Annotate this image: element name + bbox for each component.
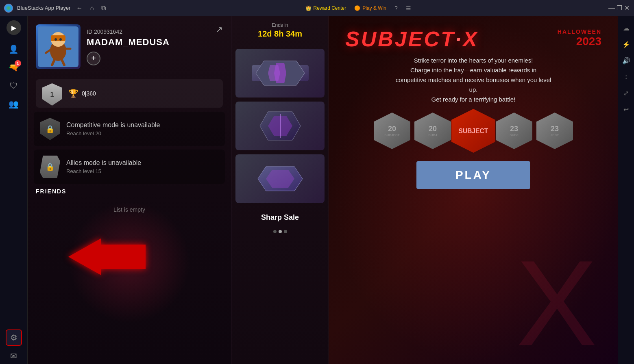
right-sidebar-icon-6[interactable]: ↩ (621, 104, 632, 115)
play-win-label: Play & Win (362, 5, 386, 11)
svg-rect-3 (51, 35, 65, 41)
competitive-mode-item[interactable]: 🔒 Competitive mode is unavailable Reach … (34, 112, 225, 146)
medal-4: 23 JECT (536, 113, 573, 149)
halloween-label: HALLOWEEN (558, 28, 601, 35)
subject-content: SUBJECT·X HALLOWEEN 2023 Strike terror i… (329, 16, 618, 201)
competitive-mode-subtitle: Reach level 20 (66, 130, 219, 136)
share-button[interactable]: ↗ (216, 24, 223, 34)
score-value: 0|360 (82, 90, 96, 97)
competitive-mode-icon: 🔒 (40, 118, 60, 140)
subject-title-text: SUBJECT (345, 27, 455, 51)
medal-hex-1: 20 SUBJECT (374, 113, 410, 149)
level-badge: 1 (42, 83, 62, 104)
weapon-visual-1 (235, 49, 325, 98)
allies-lock-icon: 🔒 (46, 162, 54, 171)
sidebar-item-user[interactable]: 👤 (6, 41, 22, 57)
title-bar-left: BlueStacks App Player ← ⌂ ⧉ (4, 3, 107, 13)
right-sidebar-icon-3[interactable]: 🔊 (621, 55, 632, 66)
desc-line-4: up. (372, 85, 575, 95)
add-button[interactable]: + (87, 52, 100, 65)
app-title: BlueStacks App Player (17, 5, 71, 11)
subject-title-block: SUBJECT·X (345, 28, 479, 50)
score-display: 0|360 (82, 90, 96, 97)
sale-dots (231, 230, 329, 233)
bookmark-button[interactable]: ⧉ (100, 3, 107, 13)
weapon-card-2[interactable] (235, 102, 325, 150)
friends-header: FRIENDS (36, 188, 223, 198)
settings-icon: ⚙ (10, 333, 17, 342)
title-bar-center: 👑 Reward Center 🟠 Play & Win ? ☰ (305, 5, 411, 11)
desc-line-2: Charge into the fray—earn valuable rewar… (372, 65, 575, 75)
player-name: MADAM_MEDUSA (87, 37, 223, 48)
weapon-card-3[interactable] (235, 154, 325, 203)
weapon-card-1[interactable] (235, 49, 325, 98)
close-button[interactable]: ✕ (624, 5, 630, 11)
sidebar-item-settings[interactable]: ⚙ (6, 329, 22, 346)
weapon-svg-2 (248, 106, 313, 146)
coin-icon: 🟠 (354, 5, 360, 11)
sidebar-play-button[interactable]: ▶ (7, 20, 21, 35)
trophy-icon: 🏆 (68, 89, 78, 98)
weapon-visual-2 (235, 102, 325, 150)
subject-x-text: X (463, 27, 479, 51)
bluestacks-left-sidebar: ▶ 👤 🔫 1 🛡 👥 ⚙ ✉ (0, 16, 28, 364)
mail-icon: ✉ (10, 351, 17, 361)
level-shield: 1 (42, 83, 62, 106)
sale-dot-1[interactable] (273, 230, 277, 233)
level-number: 1 (50, 91, 54, 98)
reward-center-label: Reward Center (314, 5, 346, 11)
weapon-svg-3 (248, 158, 313, 199)
user-icon: 👤 (9, 44, 19, 54)
right-sidebar-icon-1[interactable]: ☁ (621, 22, 632, 34)
allies-mode-icon: 🔒 (40, 156, 60, 178)
sidebar-item-gun[interactable]: 🔫 1 (6, 59, 22, 76)
medal-3: 23 SUBJ (496, 113, 532, 149)
desc-line-1: Strike terror into the hearts of your en… (372, 56, 575, 65)
home-button[interactable]: ⌂ (89, 3, 96, 13)
reward-center-button[interactable]: 👑 Reward Center (305, 5, 346, 11)
restore-button[interactable]: ❐ (617, 5, 622, 11)
play-button[interactable]: PLAY (416, 161, 530, 189)
svg-point-4 (54, 38, 57, 41)
competitive-shield: 🔒 (40, 118, 60, 140)
help-button[interactable]: ? (394, 5, 398, 11)
svg-marker-20 (266, 170, 294, 188)
game-panel-center: Ends in 12d 8h 34m (231, 16, 329, 364)
right-sidebar-icon-2[interactable]: ⚡ (621, 39, 632, 50)
sale-dot-3[interactable] (284, 230, 287, 233)
shield-icon: 🛡 (10, 81, 18, 91)
sidebar-item-shield[interactable]: 🛡 (6, 78, 22, 94)
minimize-button[interactable]: — (609, 5, 614, 11)
sidebar-badge: 1 (15, 60, 21, 67)
right-sidebar-icon-5[interactable]: ⤢ (621, 87, 632, 99)
game-panel-left: ↗ (28, 16, 231, 364)
sale-title: Sharp Sale (231, 207, 329, 228)
subject-description: Strike terror into the hearts of your en… (372, 56, 575, 104)
medals-row: 20 SUBJECT 20 SUBJ (345, 113, 601, 149)
menu-button[interactable]: ☰ (406, 5, 411, 11)
allies-shield: 🔒 (40, 156, 60, 178)
sale-dot-2[interactable] (279, 230, 282, 233)
sale-timer: 12d 8h 34m (237, 29, 322, 39)
avatar-ninja-svg (38, 26, 78, 67)
bluestacks-right-sidebar: ☁ ⚡ 🔊 ↕ ⤢ ↩ (618, 16, 634, 364)
medal-center-hex: SUBJECT (451, 109, 495, 153)
title-bar: BlueStacks App Player ← ⌂ ⧉ 👑 Reward Cen… (0, 0, 634, 16)
lock-icon: 🔒 (46, 125, 54, 134)
sidebar-item-group[interactable]: 👥 (6, 96, 22, 112)
right-sidebar-icon-4[interactable]: ↕ (621, 71, 632, 82)
player-id: ID 200931642 (87, 28, 223, 35)
back-button[interactable]: ← (75, 3, 85, 13)
allies-mode-info: Allies mode is unavailable Reach level 1… (66, 159, 219, 174)
sidebar-item-mail[interactable]: ✉ (6, 348, 22, 364)
competitive-mode-title: Competitive mode is unavailable (66, 121, 219, 129)
medal-2: 20 SUBJ (414, 113, 451, 149)
profile-info: ID 200931642 MADAM_MEDUSA + (87, 28, 223, 65)
sale-items-area (231, 45, 329, 207)
play-win-button[interactable]: 🟠 Play & Win (354, 5, 386, 11)
allies-mode-item[interactable]: 🔒 Allies mode is unavailable Reach level… (34, 150, 225, 184)
avatar (36, 24, 81, 69)
desc-line-5: Get ready for a terrifying battle! (372, 95, 575, 104)
subject-header: SUBJECT·X HALLOWEEN 2023 (345, 28, 601, 50)
svg-marker-15 (268, 65, 280, 81)
